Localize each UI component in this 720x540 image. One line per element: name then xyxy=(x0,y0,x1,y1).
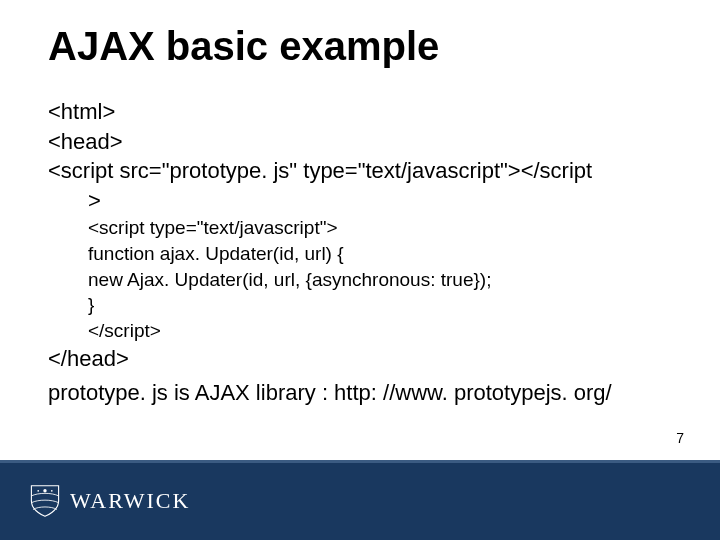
code-line: <head> xyxy=(48,128,680,156)
svg-point-1 xyxy=(37,490,39,492)
crest-icon xyxy=(28,484,62,518)
code-line: new Ajax. Updater(id, url, {asynchronous… xyxy=(88,268,680,292)
code-line: </head> xyxy=(48,345,680,373)
slide-body: <html> <head> <script src="prototype. js… xyxy=(48,98,680,374)
footnote: prototype. js is AJAX library : http: //… xyxy=(48,380,612,406)
code-line: <script type="text/javascript"> xyxy=(88,216,680,240)
page-number: 7 xyxy=(676,430,684,446)
svg-point-0 xyxy=(43,489,46,492)
code-line: > xyxy=(88,187,680,215)
code-line: <html> xyxy=(48,98,680,126)
code-line: } xyxy=(88,293,680,317)
code-line: <script src="prototype. js" type="text/j… xyxy=(48,157,680,185)
logo-text: WARWICK xyxy=(70,488,190,514)
slide-title: AJAX basic example xyxy=(48,24,439,69)
code-line: function ajax. Updater(id, url) { xyxy=(88,242,680,266)
code-line: </script> xyxy=(88,319,680,343)
warwick-logo: WARWICK xyxy=(28,484,190,518)
svg-point-2 xyxy=(51,490,53,492)
slide: AJAX basic example <html> <head> <script… xyxy=(0,0,720,540)
footer-bar: WARWICK xyxy=(0,460,720,540)
